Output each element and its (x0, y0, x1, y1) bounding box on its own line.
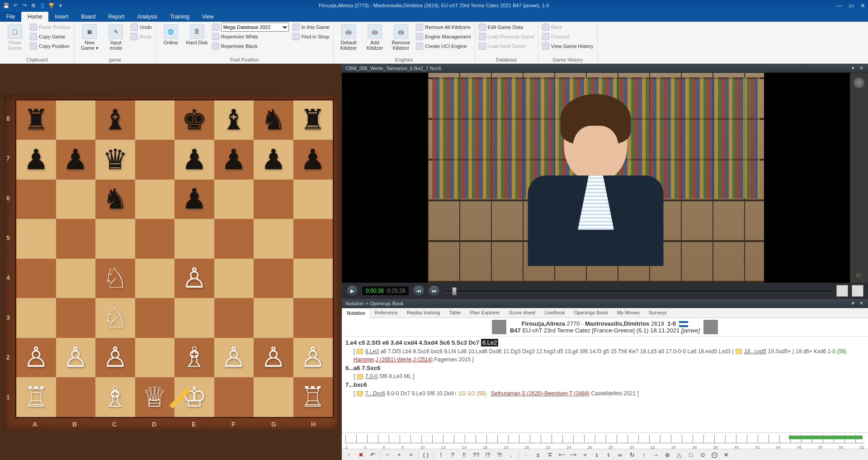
sym-btn-2[interactable]: ↶ (368, 451, 377, 458)
square-b7[interactable]: ♟ (56, 140, 96, 180)
square-c3[interactable]: ♘ (95, 298, 135, 338)
square-d3[interactable] (135, 298, 175, 338)
trophy-icon[interactable]: 🏆 (48, 2, 55, 9)
ntab-surveys[interactable]: Surveys (644, 308, 671, 318)
settings-icon[interactable]: ⚙ (30, 2, 37, 9)
square-d4[interactable] (135, 259, 175, 299)
remove-kibitzer-button[interactable]: 🤖Remove Kibitzer (389, 23, 413, 51)
forward-button[interactable]: Forward (541, 32, 594, 41)
square-g4[interactable] (254, 259, 293, 299)
sym-btn-22[interactable]: ∞ (616, 451, 625, 458)
sym-btn-3[interactable]: − (383, 451, 392, 458)
square-f5[interactable] (214, 219, 254, 259)
sym-btn-0[interactable]: ↑ (344, 451, 354, 458)
square-d2[interactable] (135, 338, 175, 378)
square-d6[interactable] (135, 180, 175, 219)
square-e2[interactable]: ♗ (175, 338, 214, 378)
ntab-notation[interactable]: Notation (342, 308, 370, 318)
square-c2[interactable]: ♙ (95, 338, 135, 378)
square-f2[interactable]: ♙ (214, 338, 254, 378)
ntab-livebook[interactable]: LiveBook (540, 308, 569, 318)
repertoire-white-button[interactable]: Repertoire White (211, 32, 290, 41)
maximize-button[interactable]: ▭ (849, 2, 854, 9)
video-seek-slider[interactable] (443, 289, 833, 292)
square-h6[interactable] (293, 180, 333, 219)
sym-btn-30[interactable]: ⨀ (710, 451, 719, 458)
minimize-button[interactable]: — (836, 2, 842, 9)
sym-btn-10[interactable]: ?? (472, 451, 481, 458)
remove-all-kibitzers-button[interactable]: Remove All Kibitzers (415, 23, 472, 32)
square-e1[interactable]: ♔ (175, 377, 214, 417)
square-c1[interactable]: ♗ (95, 377, 135, 417)
square-g7[interactable]: ♟ (254, 140, 293, 180)
sym-btn-5[interactable]: × (406, 451, 415, 458)
square-h3[interactable] (293, 298, 333, 338)
square-g2[interactable]: ♙ (254, 338, 293, 378)
square-a5[interactable] (16, 219, 56, 259)
square-a6[interactable] (16, 180, 56, 219)
close-button[interactable]: ✕ (860, 2, 865, 9)
load-previous-button[interactable]: Load Previous Game (478, 32, 535, 41)
tab-file[interactable]: File (0, 12, 21, 22)
ntab-reference[interactable]: Reference (370, 308, 402, 318)
sym-btn-11[interactable]: !? (483, 451, 492, 458)
square-f3[interactable] (214, 298, 254, 338)
move-list[interactable]: 1.e4 c5 2.Sf3 e6 3.d4 cxd4 4.Sxd4 Sc6 5.… (342, 337, 868, 432)
square-f1[interactable] (214, 377, 254, 417)
square-a4[interactable] (16, 259, 56, 299)
square-a8[interactable]: ♜ (16, 100, 56, 140)
video-frame[interactable]: 97 (342, 73, 868, 283)
tab-report[interactable]: Report (102, 12, 131, 22)
sym-btn-14[interactable]: · (522, 451, 531, 458)
save-icon[interactable]: 💾 (3, 2, 10, 9)
sym-btn-27[interactable]: △ (675, 451, 684, 458)
database-selector[interactable]: Mega Database 2022 (211, 23, 290, 32)
var1b[interactable]: 18...cxd5 (744, 348, 766, 355)
notation-min-icon[interactable]: ▾ (850, 300, 856, 306)
square-e6[interactable]: ♟ (175, 180, 214, 219)
ntab-score[interactable]: Score sheet (504, 308, 540, 318)
rewind-button[interactable]: ⏮ (413, 285, 425, 297)
ntab-replay[interactable]: Replay training (402, 308, 444, 318)
repertoire-black-button[interactable]: Repertoire Black (211, 42, 290, 51)
sym-btn-15[interactable]: ± (533, 451, 542, 458)
square-f4[interactable] (214, 259, 254, 299)
engine-management-button[interactable]: Engine Management (415, 32, 472, 41)
square-a1[interactable]: ♖ (16, 377, 56, 417)
paste-position-button[interactable]: Paste Position (29, 23, 71, 32)
play-button[interactable]: ▶ (346, 285, 358, 297)
square-b1[interactable] (56, 377, 96, 417)
square-a7[interactable]: ♟ (16, 140, 56, 180)
square-g1[interactable] (254, 377, 293, 417)
square-e5[interactable] (175, 219, 214, 259)
sym-btn-8[interactable]: ? (448, 451, 457, 458)
ntab-openings[interactable]: Openings Book (569, 308, 612, 318)
square-e7[interactable]: ♟ (175, 140, 214, 180)
square-h8[interactable]: ♜ (293, 100, 333, 140)
square-h7[interactable]: ♟ (293, 140, 333, 180)
square-a2[interactable]: ♙ (16, 338, 56, 378)
sym-btn-6[interactable]: ( ) (421, 451, 430, 458)
new-game-button[interactable]: ▦New Game ▾ (77, 23, 102, 51)
square-h5[interactable] (293, 219, 333, 259)
square-b3[interactable] (56, 298, 96, 338)
sym-btn-16[interactable]: ∓ (545, 451, 554, 458)
tab-training[interactable]: Training (164, 12, 196, 22)
var2a[interactable]: 7.0-0 (365, 373, 377, 379)
ntab-plan[interactable]: Plan Explorer (465, 308, 504, 318)
square-g6[interactable] (254, 180, 293, 219)
redo-icon[interactable]: ↷ (21, 2, 28, 9)
square-e3[interactable] (175, 298, 214, 338)
square-e8[interactable]: ♚ (175, 100, 214, 140)
var1-start[interactable]: 6.Le3 (365, 348, 379, 355)
video-knob-icon[interactable] (854, 77, 864, 88)
ntab-mymoves[interactable]: My Moves (613, 308, 644, 318)
sym-btn-20[interactable]: ⩲ (592, 451, 601, 458)
tab-analysis[interactable]: Analysis (131, 12, 164, 22)
load-next-button[interactable]: Load Next Game (478, 42, 535, 51)
evaluation-bar[interactable]: 2468101214161820222426283032343638404244… (342, 432, 868, 449)
square-g3[interactable] (254, 298, 293, 338)
square-b2[interactable]: ♙ (56, 338, 96, 378)
sym-btn-7[interactable]: ! (436, 451, 445, 458)
paste-game-button[interactable]: 📋Paste Game (3, 23, 27, 51)
